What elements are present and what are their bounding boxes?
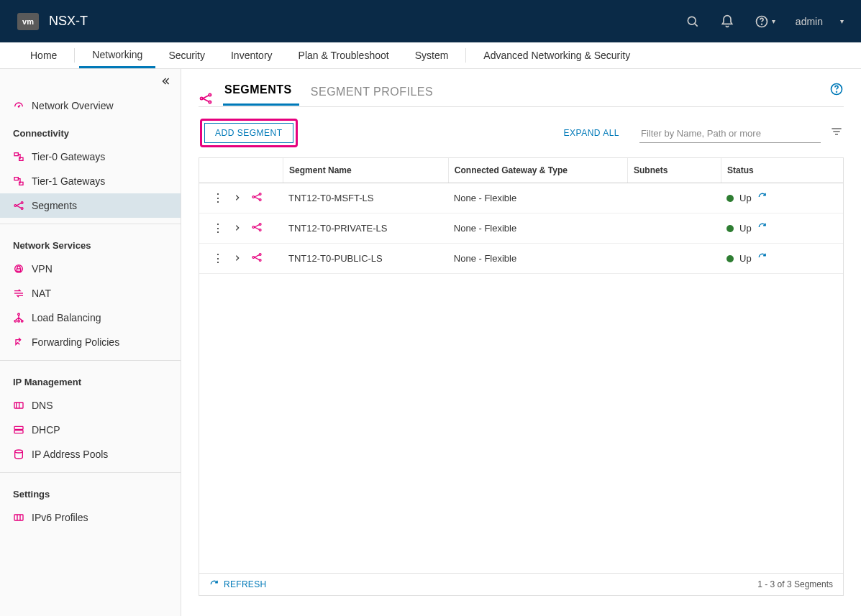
sidebar-item-nat[interactable]: NAT: [0, 281, 181, 305]
sidebar-item-label: IP Address Pools: [32, 449, 108, 460]
svg-point-0: [688, 17, 696, 24]
add-segment-button[interactable]: ADD SEGMENT: [204, 123, 293, 143]
refresh-button[interactable]: REFRESH: [209, 579, 266, 589]
svg-point-3: [761, 24, 762, 24]
svg-point-31: [252, 196, 255, 198]
expand-all-link[interactable]: EXPAND ALL: [564, 128, 619, 138]
sidebar-item-segments[interactable]: Segments: [0, 193, 181, 218]
sidebar-heading-network-services: Network Services: [0, 230, 181, 257]
svg-point-10: [21, 202, 23, 204]
sidebar-item-label: Load Balancing: [32, 312, 101, 323]
sidebar-item-ip-pools[interactable]: IP Address Pools: [0, 442, 181, 466]
svg-point-37: [252, 257, 255, 259]
svg-point-14: [18, 313, 20, 316]
sidebar-item-forwarding[interactable]: Forwarding Policies: [0, 330, 181, 354]
help-icon[interactable]: [829, 82, 844, 99]
segments-table: Segment Name Connected Gateway & Type Su…: [199, 157, 844, 596]
more-actions-icon[interactable]: ⋮: [212, 191, 224, 205]
nav-inventory[interactable]: Inventory: [218, 42, 286, 68]
expand-row-icon[interactable]: [234, 193, 241, 203]
nav-security[interactable]: Security: [155, 42, 218, 68]
filter-input[interactable]: [641, 128, 819, 139]
sidebar-item-network-overview[interactable]: Network Overview: [0, 93, 181, 118]
svg-point-4: [18, 106, 19, 107]
cell-status: Up: [726, 252, 837, 265]
column-gateway[interactable]: Connected Gateway & Type: [448, 158, 627, 183]
nav-advanced[interactable]: Advanced Networking & Security: [470, 42, 643, 68]
svg-point-15: [14, 320, 17, 322]
expand-row-icon[interactable]: [234, 223, 241, 234]
tab-segment-profiles[interactable]: SEGMENT PROFILES: [309, 86, 440, 106]
dns-icon: [13, 400, 24, 411]
sidebar-collapse-button[interactable]: [160, 76, 170, 89]
sidebar-item-tier0[interactable]: Tier-0 Gateways: [0, 144, 181, 169]
column-actions: [199, 158, 283, 183]
chevron-down-icon: ▾: [840, 17, 844, 25]
more-actions-icon[interactable]: ⋮: [212, 221, 224, 235]
sidebar-item-label: VPN: [32, 263, 53, 275]
column-subnets[interactable]: Subnets: [627, 158, 721, 183]
tab-segments[interactable]: SEGMENTS: [223, 83, 299, 106]
svg-rect-5: [14, 153, 18, 156]
sidebar-item-label: Segments: [32, 200, 77, 211]
sidebar-divider: [0, 224, 181, 224]
svg-point-23: [201, 97, 203, 99]
expand-row-icon[interactable]: [234, 253, 241, 264]
user-menu[interactable]: admin ▾: [796, 16, 844, 27]
nav-divider: [465, 48, 466, 63]
svg-rect-20: [14, 431, 23, 433]
search-icon[interactable]: [685, 14, 700, 29]
svg-point-25: [209, 101, 211, 103]
sidebar-heading-connectivity: Connectivity: [0, 118, 181, 144]
nav-home[interactable]: Home: [17, 42, 70, 68]
forward-icon: [13, 336, 24, 348]
sidebar-item-dns[interactable]: DNS: [0, 393, 181, 418]
sidebar-item-label: Tier-0 Gateways: [32, 151, 105, 162]
toolbar: ADD SEGMENT EXPAND ALL: [199, 107, 844, 157]
cell-segment-name: TNT12-T0-PRIVATE-LS: [283, 223, 448, 234]
table-head: Segment Name Connected Gateway & Type Su…: [199, 158, 843, 183]
column-segment-name[interactable]: Segment Name: [283, 158, 448, 183]
svg-line-1: [695, 23, 698, 26]
sidebar-divider: [0, 360, 181, 361]
filter-settings-icon[interactable]: [831, 126, 842, 140]
loadbalance-icon: [13, 312, 24, 323]
cell-segment-name: TNT12-T0-MSFT-LS: [283, 193, 448, 203]
help-menu[interactable]: ▾: [755, 14, 775, 29]
svg-point-34: [252, 226, 255, 229]
svg-point-9: [14, 205, 17, 207]
sidebar-item-dhcp[interactable]: DHCP: [0, 418, 181, 442]
svg-rect-22: [14, 515, 23, 520]
help-icon: [755, 14, 769, 29]
sidebar-item-tier1[interactable]: Tier-1 Gateways: [0, 169, 181, 193]
cell-gateway: None - Flexible: [448, 193, 627, 203]
nav-system[interactable]: System: [402, 42, 462, 68]
sidebar-item-ipv6[interactable]: IPv6 Profiles: [0, 505, 181, 530]
bell-icon[interactable]: [720, 14, 734, 29]
column-status[interactable]: Status: [721, 158, 843, 183]
refresh-status-icon[interactable]: [757, 222, 767, 234]
table-row: ⋮ TNT12-T0-PUBLIC-LS None - Flexible Up: [199, 244, 843, 274]
refresh-status-icon[interactable]: [757, 192, 767, 204]
svg-point-16: [18, 320, 20, 322]
svg-rect-30: [835, 134, 838, 134]
svg-point-36: [259, 229, 261, 231]
sidebar-item-loadbalancing[interactable]: Load Balancing: [0, 305, 181, 330]
sidebar-item-vpn[interactable]: VPN: [0, 257, 181, 281]
page-tabs: SEGMENTS SEGMENT PROFILES: [199, 82, 844, 107]
segment-icon: [199, 91, 213, 106]
filter-input-wrap: [639, 124, 821, 143]
status-text: Up: [739, 193, 752, 203]
nav-plan-troubleshoot[interactable]: Plan & Troubleshoot: [286, 42, 402, 68]
nav-networking[interactable]: Networking: [79, 42, 155, 68]
svg-point-38: [259, 254, 261, 256]
segment-icon: [251, 221, 263, 235]
refresh-status-icon[interactable]: [757, 252, 767, 265]
table-row: ⋮ TNT12-T0-PRIVATE-LS None - Flexible Up: [199, 213, 843, 244]
sidebar-heading-settings: Settings: [0, 479, 181, 505]
more-actions-icon[interactable]: ⋮: [212, 252, 224, 265]
cell-gateway: None - Flexible: [448, 253, 627, 264]
sidebar: Network Overview Connectivity Tier-0 Gat…: [0, 69, 181, 616]
nat-icon: [13, 288, 24, 299]
status-dot-up: [726, 195, 734, 202]
